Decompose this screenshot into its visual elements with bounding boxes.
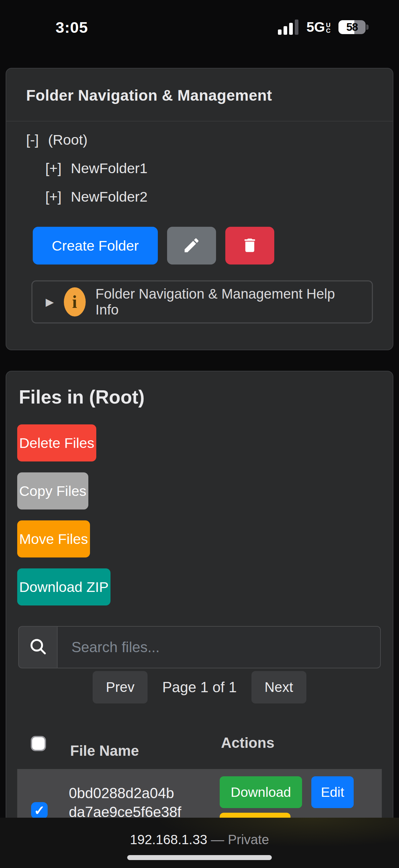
checkmark-icon: ✓ (34, 804, 45, 817)
actions-column-header: Actions (221, 735, 274, 751)
move-files-button[interactable]: Move Files (17, 520, 90, 557)
page-indicator: Page 1 of 1 (162, 679, 237, 695)
folder-card-title: Folder Navigation & Management (26, 86, 373, 104)
pencil-icon (182, 236, 201, 255)
browser-bottom-bar[interactable]: 192.168.1.33 — Private (0, 818, 399, 868)
download-zip-button[interactable]: Download ZIP (17, 568, 110, 606)
signal-strength-icon (278, 20, 298, 35)
next-page-button[interactable]: Next (252, 671, 306, 704)
tree-toggle-newfolder2[interactable]: [+] (45, 189, 62, 205)
copy-files-button[interactable]: Copy Files (17, 472, 88, 509)
search-icon-addon (18, 626, 57, 669)
tree-item-newfolder2[interactable]: [+] NewFolder2 (26, 182, 373, 211)
file-name-column-header: File Name (70, 743, 139, 759)
delete-files-button[interactable]: Delete Files (17, 425, 96, 462)
trash-icon (241, 236, 259, 255)
private-browsing-label: — Private (207, 832, 269, 847)
folder-management-card: Folder Navigation & Management [-] (Root… (6, 68, 393, 350)
edit-file-button[interactable]: Edit (311, 776, 354, 808)
rename-folder-button[interactable] (167, 227, 216, 265)
folder-card-header: Folder Navigation & Management (6, 68, 393, 122)
create-folder-button[interactable]: Create Folder (33, 227, 158, 265)
status-bar: 3:05 5G U C 58 (0, 0, 399, 50)
folder-help-accordion[interactable]: ▶ i Folder Navigation & Management Help … (31, 280, 373, 323)
tree-label-root[interactable]: (Root) (48, 132, 87, 148)
row-checkbox-checked[interactable]: ✓ (31, 802, 47, 819)
magnifier-icon (28, 636, 48, 658)
download-file-button[interactable]: Download (220, 776, 302, 808)
info-icon: i (64, 287, 86, 316)
tree-toggle-root[interactable]: [-] (26, 132, 39, 148)
prev-page-button[interactable]: Prev (93, 671, 147, 704)
tree-label-newfolder1[interactable]: NewFolder1 (71, 160, 147, 177)
files-card: Files in (Root) Delete Files Copy Files … (6, 371, 393, 868)
help-accordion-label: Folder Navigation & Management Help Info (96, 286, 359, 318)
battery-icon: 58 (338, 20, 369, 34)
tree-item-newfolder1[interactable]: [+] NewFolder1 (26, 154, 373, 182)
expand-triangle-icon[interactable]: ▶ (46, 296, 54, 308)
files-card-title: Files in (Root) (6, 371, 393, 408)
clock: 3:05 (56, 18, 88, 36)
pagination: Prev Page 1 of 1 Next (6, 671, 393, 704)
file-table-header: File Name Actions (17, 731, 382, 761)
tree-label-newfolder2[interactable]: NewFolder2 (71, 189, 147, 205)
home-indicator[interactable] (127, 855, 272, 860)
search-files-input[interactable] (57, 626, 381, 669)
folder-actions-row: Create Folder (26, 227, 373, 265)
tree-item-root[interactable]: [-] (Root) (26, 125, 373, 154)
tree-toggle-newfolder1[interactable]: [+] (45, 160, 62, 177)
select-all-checkbox[interactable] (31, 736, 46, 751)
address-bar[interactable]: 192.168.1.33 — Private (0, 832, 399, 847)
battery-percent: 58 (338, 20, 366, 34)
status-indicators: 5G U C 58 (278, 19, 369, 35)
file-search-bar (18, 626, 381, 669)
folder-card-body: [-] (Root) [+] NewFolder1 [+] NewFolder2… (6, 122, 393, 349)
delete-folder-button[interactable] (225, 227, 274, 265)
network-badge: 5G U C (306, 19, 331, 35)
url-host: 192.168.1.33 (130, 832, 207, 847)
iphone-screen: 3:05 5G U C 58 Folder Na (0, 0, 399, 868)
